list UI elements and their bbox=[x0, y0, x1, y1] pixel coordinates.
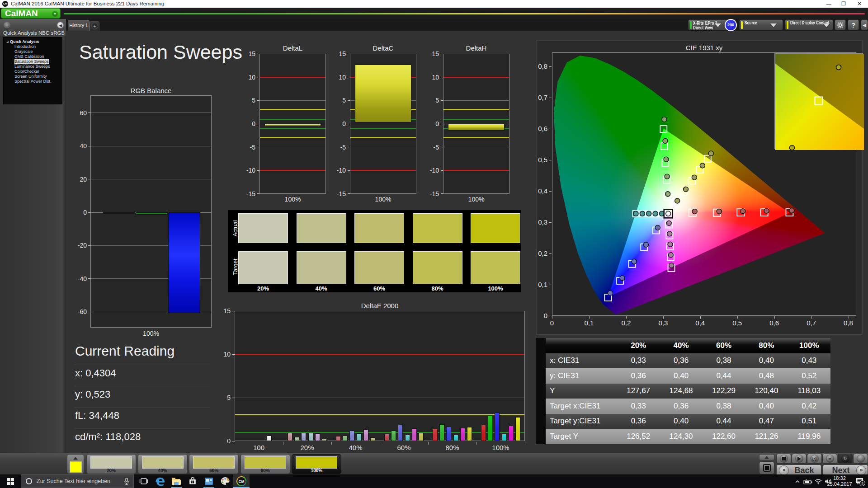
swatch-column-label: 60% bbox=[354, 285, 404, 292]
help-button[interactable]: ? bbox=[848, 19, 859, 30]
y-tick-label: 0,5 bbox=[531, 156, 547, 164]
deltae-bar bbox=[343, 436, 348, 441]
patch-collapse-button[interactable] bbox=[71, 455, 80, 461]
reference-line bbox=[260, 128, 326, 129]
y-tick-label: 0,6 bbox=[531, 125, 547, 132]
taskbar-app-calman[interactable]: CM bbox=[233, 474, 250, 488]
table-cell: 0,48 bbox=[745, 368, 788, 384]
tick-mark bbox=[348, 170, 350, 171]
tab-history-1[interactable]: History 1 bbox=[68, 20, 90, 31]
taskbar-clock[interactable]: 18:3225.04.2017 bbox=[825, 475, 854, 487]
stop-button[interactable] bbox=[776, 454, 791, 464]
tick-mark bbox=[380, 442, 380, 445]
deltah-title: DeltaH bbox=[425, 44, 528, 52]
calman-logo: CalMAN bbox=[5, 9, 38, 19]
taskbar-app-paint[interactable] bbox=[217, 474, 233, 488]
y-tick-label: 0 bbox=[332, 120, 346, 127]
tray-expand-icon[interactable] bbox=[795, 478, 800, 486]
tick-mark bbox=[257, 124, 259, 124]
cie-measured-green-4 bbox=[662, 117, 667, 122]
table-cell: 0,44 bbox=[703, 368, 745, 384]
patch-bar: 20%40%60%80%100% [·]∞↻ « Back » Next bbox=[0, 453, 868, 474]
table-cell: 0,38 bbox=[703, 353, 745, 369]
swatch-column-label: 20% bbox=[238, 285, 288, 292]
record-icon[interactable] bbox=[4, 22, 10, 28]
wifi-icon[interactable] bbox=[815, 478, 822, 486]
table-cell: 0,33 bbox=[617, 399, 660, 414]
tree-item-screen-uniformity[interactable]: Screen Uniformity bbox=[4, 74, 62, 79]
calman-menu-button[interactable]: CalMAN ▼ bbox=[1, 8, 61, 19]
deltae-bar bbox=[349, 431, 354, 441]
notification-badge: 4 bbox=[859, 480, 865, 486]
tree-item-spectral-power-dist-[interactable]: Spectral Power Dist. bbox=[4, 79, 62, 84]
sidebar-collapse-button[interactable]: ◀ bbox=[57, 22, 64, 28]
deltae-group-label: 100 bbox=[241, 444, 277, 451]
battery-icon[interactable] bbox=[803, 479, 812, 487]
meter-badge[interactable]: 230 bbox=[725, 19, 737, 31]
deltae-bar bbox=[315, 433, 320, 441]
tree-item-grayscale[interactable]: Grayscale bbox=[4, 49, 62, 54]
current-reading-fL: fL: 34,448 bbox=[75, 410, 119, 422]
display-control-dropdown[interactable]: Direct Display Control bbox=[785, 19, 833, 30]
tick-mark bbox=[663, 316, 664, 319]
patch-slot-40%[interactable]: 40% bbox=[138, 454, 188, 474]
tick-mark bbox=[232, 441, 235, 441]
controls-collapse-button[interactable] bbox=[759, 454, 774, 460]
tree-item-saturation-sweeps[interactable]: Saturation Sweeps bbox=[4, 59, 62, 64]
blank-button[interactable] bbox=[853, 454, 868, 464]
frame-button[interactable]: [·] bbox=[807, 454, 822, 464]
start-button[interactable] bbox=[0, 474, 21, 488]
close-button[interactable]: ✕ bbox=[853, 0, 866, 7]
cie-measured-cyan-2 bbox=[646, 211, 651, 216]
patch-slot-80%[interactable]: 80% bbox=[241, 454, 290, 474]
panel-collapse-button[interactable]: ◀ bbox=[861, 19, 868, 30]
patch-swatch bbox=[193, 456, 235, 469]
minimize-button[interactable]: ― bbox=[822, 0, 835, 7]
loop-button[interactable]: ∞ bbox=[822, 454, 837, 464]
patch-slot-label: 100% bbox=[292, 468, 341, 473]
taskbar-app-news[interactable] bbox=[201, 474, 217, 488]
y-tick-label: 0,2 bbox=[531, 249, 547, 257]
cie-measured-blue-4 bbox=[608, 291, 613, 296]
play-button[interactable] bbox=[792, 454, 807, 464]
tree-item-cms-calibration[interactable]: CMS Calibration bbox=[4, 54, 62, 59]
deltae-group-label: 80% bbox=[434, 444, 471, 451]
add-tab-button[interactable]: + bbox=[90, 21, 99, 31]
taskbar-app-edge[interactable] bbox=[152, 474, 168, 488]
patch-swatch bbox=[245, 456, 286, 469]
tick-mark bbox=[700, 316, 701, 319]
refresh-button[interactable]: ↻ bbox=[838, 454, 853, 464]
taskbar-app-store[interactable] bbox=[184, 474, 201, 488]
table-cell: 122,29 bbox=[703, 384, 745, 399]
taskbar-app-explorer[interactable] bbox=[168, 474, 184, 488]
cie-measured-green-1 bbox=[665, 174, 670, 179]
rgb-bar-green bbox=[136, 212, 168, 215]
patch-slot-100%[interactable]: 100% bbox=[292, 454, 341, 474]
restore-button[interactable]: ❐ bbox=[837, 0, 850, 7]
tick-mark bbox=[428, 442, 429, 445]
taskbar-search-box[interactable]: Zur Suche Text hier eingeben bbox=[21, 474, 134, 488]
swatch-column-label: 80% bbox=[413, 285, 462, 292]
grid-line bbox=[260, 100, 326, 101]
source-dropdown[interactable]: Source bbox=[739, 19, 783, 30]
news-icon bbox=[204, 477, 213, 486]
table-handle-column bbox=[536, 338, 546, 444]
table-cell: 0,40 bbox=[745, 353, 788, 369]
tick-mark bbox=[774, 316, 775, 319]
settings-button[interactable] bbox=[835, 19, 846, 30]
patch-slot-60%[interactable]: 60% bbox=[189, 454, 239, 474]
patch-slot-20%[interactable]: 20% bbox=[86, 454, 136, 474]
taskbar-app-task-view[interactable] bbox=[136, 474, 152, 488]
tree-item-colorchecker[interactable]: ColorChecker bbox=[4, 69, 62, 74]
tick-mark bbox=[549, 129, 552, 129]
microphone-icon[interactable] bbox=[124, 478, 129, 485]
tree-item-quick-analysis[interactable]: Quick Analysis bbox=[4, 39, 62, 44]
tree-item-luminance-sweeps[interactable]: Luminance Sweeps bbox=[4, 64, 62, 69]
patch-window-button[interactable] bbox=[759, 461, 774, 474]
notification-center-button[interactable]: 4 bbox=[856, 478, 863, 487]
table-cell: 124,30 bbox=[660, 429, 702, 444]
tree-item-introduction[interactable]: Introduction bbox=[4, 44, 62, 49]
cie-measured-blue-3 bbox=[620, 276, 625, 281]
y-tick-label: -20 bbox=[71, 242, 87, 249]
table-row-label: y: CIE31 bbox=[546, 368, 617, 384]
